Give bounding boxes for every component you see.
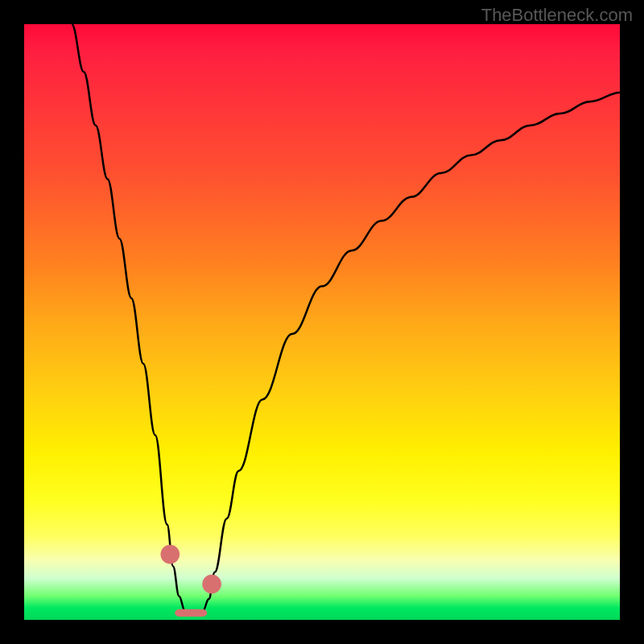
marker-dot	[202, 575, 221, 594]
bottleneck-curve	[72, 24, 620, 615]
marker-dot	[160, 545, 180, 564]
chart-plot-area	[24, 24, 620, 620]
watermark-text: TheBottleneck.com	[481, 5, 633, 26]
curve-markers	[160, 545, 221, 594]
curve-floor-band	[175, 609, 207, 617]
chart-svg	[24, 24, 620, 620]
